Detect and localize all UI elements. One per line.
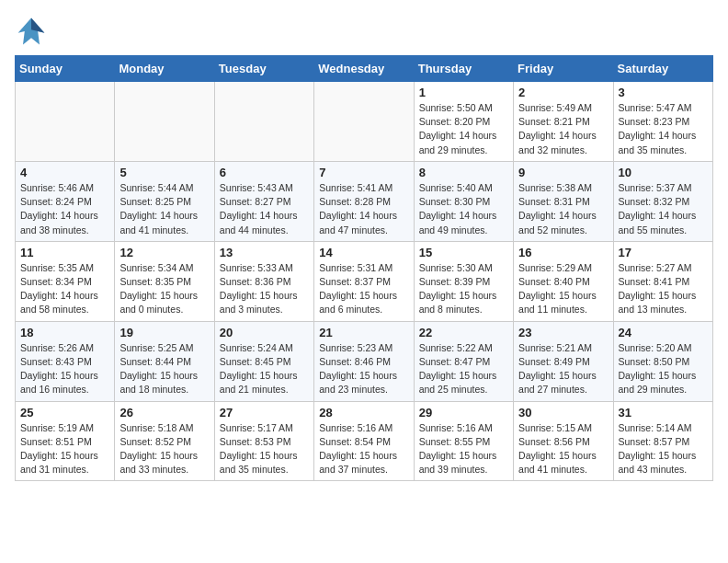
calendar-cell: 29Sunrise: 5:16 AM Sunset: 8:55 PM Dayli…	[414, 401, 513, 481]
day-info: Sunrise: 5:41 AM Sunset: 8:28 PM Dayligh…	[319, 181, 408, 237]
day-info: Sunrise: 5:27 AM Sunset: 8:41 PM Dayligh…	[619, 261, 708, 317]
day-number: 13	[220, 246, 309, 259]
calendar-cell: 10Sunrise: 5:37 AM Sunset: 8:32 PM Dayli…	[613, 161, 712, 241]
logo	[15, 15, 51, 48]
weekday-header-wednesday: Wednesday	[314, 56, 414, 82]
day-info: Sunrise: 5:49 AM Sunset: 8:21 PM Dayligh…	[518, 101, 608, 157]
day-number: 23	[518, 326, 608, 339]
calendar-cell: 12Sunrise: 5:34 AM Sunset: 8:35 PM Dayli…	[115, 241, 214, 321]
logo-bird-icon	[15, 15, 48, 48]
weekday-header-friday: Friday	[514, 56, 613, 82]
day-info: Sunrise: 5:17 AM Sunset: 8:53 PM Dayligh…	[220, 421, 309, 477]
day-number: 8	[419, 166, 508, 179]
day-info: Sunrise: 5:37 AM Sunset: 8:32 PM Dayligh…	[619, 181, 708, 237]
day-number: 25	[20, 406, 109, 419]
day-info: Sunrise: 5:20 AM Sunset: 8:50 PM Dayligh…	[619, 341, 708, 397]
day-number: 21	[319, 326, 408, 339]
day-number: 16	[518, 246, 608, 259]
day-number: 5	[119, 166, 209, 179]
calendar-cell: 28Sunrise: 5:16 AM Sunset: 8:54 PM Dayli…	[314, 401, 414, 481]
weekday-header-monday: Monday	[115, 56, 214, 82]
day-info: Sunrise: 5:21 AM Sunset: 8:49 PM Dayligh…	[518, 341, 608, 397]
day-info: Sunrise: 5:19 AM Sunset: 8:51 PM Dayligh…	[20, 421, 109, 477]
calendar-cell: 13Sunrise: 5:33 AM Sunset: 8:36 PM Dayli…	[214, 241, 313, 321]
day-number: 24	[619, 326, 708, 339]
day-number: 22	[419, 326, 508, 339]
day-info: Sunrise: 5:16 AM Sunset: 8:54 PM Dayligh…	[319, 421, 408, 477]
calendar-cell: 17Sunrise: 5:27 AM Sunset: 8:41 PM Dayli…	[613, 241, 712, 321]
day-number: 3	[619, 86, 708, 99]
day-number: 27	[220, 406, 309, 419]
day-number: 31	[619, 406, 708, 419]
day-info: Sunrise: 5:47 AM Sunset: 8:23 PM Dayligh…	[619, 101, 708, 157]
calendar-cell: 21Sunrise: 5:23 AM Sunset: 8:46 PM Dayli…	[314, 321, 414, 401]
day-number: 12	[119, 246, 209, 259]
calendar-table: SundayMondayTuesdayWednesdayThursdayFrid…	[15, 55, 713, 481]
day-info: Sunrise: 5:38 AM Sunset: 8:31 PM Dayligh…	[518, 181, 608, 237]
calendar-cell: 31Sunrise: 5:14 AM Sunset: 8:57 PM Dayli…	[613, 401, 712, 481]
day-number: 30	[518, 406, 608, 419]
day-number: 4	[20, 166, 109, 179]
calendar-cell: 4Sunrise: 5:46 AM Sunset: 8:24 PM Daylig…	[16, 161, 115, 241]
day-info: Sunrise: 5:24 AM Sunset: 8:45 PM Dayligh…	[220, 341, 309, 397]
day-info: Sunrise: 5:29 AM Sunset: 8:40 PM Dayligh…	[518, 261, 608, 317]
day-info: Sunrise: 5:50 AM Sunset: 8:20 PM Dayligh…	[419, 101, 508, 157]
day-info: Sunrise: 5:23 AM Sunset: 8:46 PM Dayligh…	[319, 341, 408, 397]
day-info: Sunrise: 5:34 AM Sunset: 8:35 PM Dayligh…	[119, 261, 209, 317]
calendar-cell: 19Sunrise: 5:25 AM Sunset: 8:44 PM Dayli…	[115, 321, 214, 401]
day-number: 9	[518, 166, 608, 179]
day-number: 26	[119, 406, 209, 419]
calendar-cell: 18Sunrise: 5:26 AM Sunset: 8:43 PM Dayli…	[16, 321, 115, 401]
day-number: 2	[518, 86, 608, 99]
calendar-cell	[16, 82, 115, 162]
day-info: Sunrise: 5:44 AM Sunset: 8:25 PM Dayligh…	[119, 181, 209, 237]
day-number: 1	[419, 86, 508, 99]
calendar-cell: 8Sunrise: 5:40 AM Sunset: 8:30 PM Daylig…	[414, 161, 513, 241]
calendar-cell	[214, 82, 313, 162]
day-number: 11	[20, 246, 109, 259]
day-number: 14	[319, 246, 408, 259]
day-info: Sunrise: 5:18 AM Sunset: 8:52 PM Dayligh…	[119, 421, 209, 477]
day-info: Sunrise: 5:46 AM Sunset: 8:24 PM Dayligh…	[20, 181, 109, 237]
calendar-cell: 23Sunrise: 5:21 AM Sunset: 8:49 PM Dayli…	[514, 321, 613, 401]
day-info: Sunrise: 5:26 AM Sunset: 8:43 PM Dayligh…	[20, 341, 109, 397]
day-number: 6	[220, 166, 309, 179]
day-number: 18	[20, 326, 109, 339]
day-number: 15	[419, 246, 508, 259]
calendar-cell: 27Sunrise: 5:17 AM Sunset: 8:53 PM Dayli…	[214, 401, 313, 481]
page-header	[15, 15, 713, 48]
calendar-cell: 16Sunrise: 5:29 AM Sunset: 8:40 PM Dayli…	[514, 241, 613, 321]
day-number: 10	[619, 166, 708, 179]
calendar-cell: 9Sunrise: 5:38 AM Sunset: 8:31 PM Daylig…	[514, 161, 613, 241]
calendar-cell: 1Sunrise: 5:50 AM Sunset: 8:20 PM Daylig…	[414, 82, 513, 162]
day-number: 20	[220, 326, 309, 339]
calendar-cell: 26Sunrise: 5:18 AM Sunset: 8:52 PM Dayli…	[115, 401, 214, 481]
day-number: 7	[319, 166, 408, 179]
calendar-cell: 14Sunrise: 5:31 AM Sunset: 8:37 PM Dayli…	[314, 241, 414, 321]
calendar-cell: 25Sunrise: 5:19 AM Sunset: 8:51 PM Dayli…	[16, 401, 115, 481]
day-info: Sunrise: 5:15 AM Sunset: 8:56 PM Dayligh…	[518, 421, 608, 477]
weekday-header-thursday: Thursday	[414, 56, 513, 82]
calendar-cell: 24Sunrise: 5:20 AM Sunset: 8:50 PM Dayli…	[613, 321, 712, 401]
day-number: 17	[619, 246, 708, 259]
day-info: Sunrise: 5:40 AM Sunset: 8:30 PM Dayligh…	[419, 181, 508, 237]
day-number: 29	[419, 406, 508, 419]
calendar-cell: 30Sunrise: 5:15 AM Sunset: 8:56 PM Dayli…	[514, 401, 613, 481]
day-info: Sunrise: 5:31 AM Sunset: 8:37 PM Dayligh…	[319, 261, 408, 317]
day-info: Sunrise: 5:25 AM Sunset: 8:44 PM Dayligh…	[119, 341, 209, 397]
day-number: 19	[119, 326, 209, 339]
weekday-header-sunday: Sunday	[16, 56, 115, 82]
calendar-cell	[314, 82, 414, 162]
day-info: Sunrise: 5:35 AM Sunset: 8:34 PM Dayligh…	[20, 261, 109, 317]
calendar-cell: 5Sunrise: 5:44 AM Sunset: 8:25 PM Daylig…	[115, 161, 214, 241]
calendar-cell: 15Sunrise: 5:30 AM Sunset: 8:39 PM Dayli…	[414, 241, 513, 321]
calendar-cell: 20Sunrise: 5:24 AM Sunset: 8:45 PM Dayli…	[214, 321, 313, 401]
calendar-cell	[115, 82, 214, 162]
day-info: Sunrise: 5:14 AM Sunset: 8:57 PM Dayligh…	[619, 421, 708, 477]
calendar-cell: 6Sunrise: 5:43 AM Sunset: 8:27 PM Daylig…	[214, 161, 313, 241]
day-info: Sunrise: 5:33 AM Sunset: 8:36 PM Dayligh…	[220, 261, 309, 317]
calendar-cell: 3Sunrise: 5:47 AM Sunset: 8:23 PM Daylig…	[613, 82, 712, 162]
calendar-cell: 11Sunrise: 5:35 AM Sunset: 8:34 PM Dayli…	[16, 241, 115, 321]
calendar-cell: 2Sunrise: 5:49 AM Sunset: 8:21 PM Daylig…	[514, 82, 613, 162]
day-number: 28	[319, 406, 408, 419]
